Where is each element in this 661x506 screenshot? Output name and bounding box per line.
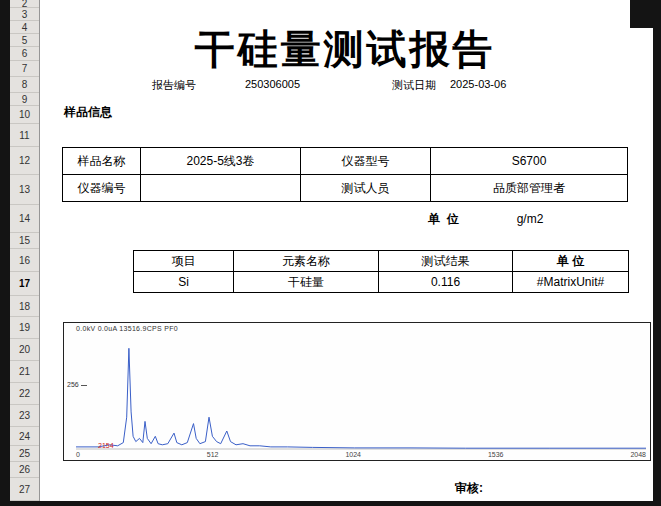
table-row: 样品名称 2025-5线3卷 仪器型号 S6700 — [63, 148, 628, 175]
x-tick-label: 0 — [76, 451, 80, 460]
spectrum-line — [76, 348, 646, 448]
sample-info-heading: 样品信息 — [64, 104, 112, 121]
row-header[interactable]: 23 — [10, 405, 39, 427]
cell-unit-placeholder[interactable]: #MatrixUnit# — [513, 272, 629, 293]
spectrum-svg — [76, 335, 646, 451]
cell-instrument-no-value[interactable] — [141, 175, 301, 202]
result-table: 项目 元素名称 测试结果 单 位 Si 干硅量 0.116 #MatrixUni… — [133, 250, 629, 293]
cell-element-name[interactable]: 干硅量 — [234, 272, 379, 293]
report-no-label: 报告编号 — [152, 78, 196, 93]
row-header[interactable]: 13 — [10, 175, 39, 205]
row-header[interactable]: 24 — [10, 427, 39, 446]
row-header[interactable]: 12 — [10, 147, 39, 175]
row-header[interactable]: 4 — [10, 21, 39, 34]
row-header[interactable]: 25 — [10, 446, 39, 462]
cell-test-result[interactable]: 0.116 — [379, 272, 513, 293]
x-tick-label: 2048 — [630, 451, 646, 460]
header-test-result[interactable]: 测试结果 — [379, 251, 513, 272]
cell-sample-name-label[interactable]: 样品名称 — [63, 148, 141, 175]
row-header[interactable]: 2 — [10, 0, 39, 8]
row-header[interactable]: 7 — [10, 61, 39, 77]
cell-instrument-model-value[interactable]: S6700 — [431, 148, 628, 175]
row-header[interactable]: 15 — [10, 233, 39, 249]
cell-instrument-model-label[interactable]: 仪器型号 — [301, 148, 431, 175]
spectrum-chart[interactable]: 0.0kV 0.0uA 13516.9CPS PF0 256 2154 0512… — [63, 322, 651, 461]
window-right-edge — [653, 0, 661, 506]
x-ticks: 0512102415362048 — [76, 451, 646, 460]
row-gutter: 2345678910111213141516171819202122232425… — [10, 0, 40, 501]
table-header-row: 项目 元素名称 测试结果 单 位 — [134, 251, 629, 272]
row-header[interactable]: 14 — [10, 205, 39, 233]
unit-label: 单 位 — [428, 211, 459, 228]
row-header[interactable]: 19 — [10, 317, 39, 339]
row-header[interactable]: 11 — [10, 124, 39, 147]
chart-annotation: 0.0kV 0.0uA 13516.9CPS PF0 — [76, 325, 178, 332]
header-item[interactable]: 项目 — [134, 251, 234, 272]
sample-info-table: 样品名称 2025-5线3卷 仪器型号 S6700 仪器编号 测试人员 品质部管… — [62, 147, 628, 202]
x-tick-label: 512 — [207, 451, 219, 460]
review-label: 审核: — [455, 480, 483, 497]
x-tick-label: 1536 — [488, 451, 504, 460]
header-element-name[interactable]: 元素名称 — [234, 251, 379, 272]
unit-value[interactable]: g/m2 — [480, 212, 580, 226]
row-header[interactable]: 8 — [10, 77, 39, 93]
table-row: 仪器编号 测试人员 品质部管理者 — [63, 175, 628, 202]
test-date-label: 测试日期 — [392, 78, 436, 93]
peak-label: 2154 — [98, 442, 114, 449]
cell-tester-label[interactable]: 测试人员 — [301, 175, 431, 202]
row-header[interactable]: 21 — [10, 361, 39, 383]
x-tick-label: 1024 — [345, 451, 361, 460]
row-header[interactable]: 27 — [10, 478, 39, 501]
row-header[interactable]: 9 — [10, 93, 39, 106]
cell-instrument-no-label[interactable]: 仪器编号 — [63, 175, 141, 202]
row-header[interactable]: 3 — [10, 8, 39, 21]
row-header[interactable]: 26 — [10, 462, 39, 478]
row-header[interactable]: 20 — [10, 339, 39, 361]
table-row: Si 干硅量 0.116 #MatrixUnit# — [134, 272, 629, 293]
row-header[interactable]: 17 — [10, 272, 39, 296]
test-date-value[interactable]: 2025-03-06 — [450, 78, 506, 90]
cell-sample-name-value[interactable]: 2025-5线3卷 — [141, 148, 301, 175]
report-title: 干硅量测试报告 — [40, 22, 650, 77]
header-unit[interactable]: 单 位 — [513, 251, 629, 272]
window-left-edge — [0, 0, 10, 506]
window-bottom-edge — [0, 501, 661, 506]
cell-tester-value[interactable]: 品质部管理者 — [431, 175, 628, 202]
cell-element-symbol[interactable]: Si — [134, 272, 234, 293]
row-header[interactable]: 5 — [10, 34, 39, 47]
row-header[interactable]: 18 — [10, 296, 39, 317]
row-header[interactable]: 6 — [10, 47, 39, 61]
row-header[interactable]: 22 — [10, 383, 39, 405]
window-top-right-corner — [630, 0, 661, 28]
report-no-value[interactable]: 250306005 — [245, 78, 300, 90]
row-header[interactable]: 16 — [10, 249, 39, 272]
row-header[interactable]: 10 — [10, 106, 39, 124]
spreadsheet-area[interactable]: 干硅量测试报告 报告编号 250306005 测试日期 2025-03-06 样… — [40, 0, 653, 501]
